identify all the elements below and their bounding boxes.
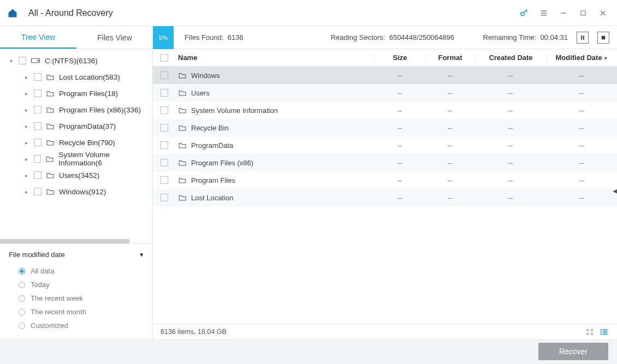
cell-created: -- bbox=[475, 141, 546, 150]
table-row[interactable]: Windows-------- bbox=[153, 67, 617, 84]
cell-created: -- bbox=[475, 106, 546, 115]
checkbox[interactable] bbox=[34, 155, 41, 163]
checkbox[interactable] bbox=[34, 122, 41, 130]
folder-icon bbox=[178, 89, 187, 97]
checkbox[interactable] bbox=[34, 188, 41, 195]
reading-label: Reading Sectors: bbox=[331, 33, 385, 41]
home-icon[interactable] bbox=[7, 7, 19, 19]
row-name: Recycle Bin bbox=[191, 124, 229, 132]
stop-button[interactable] bbox=[597, 32, 609, 44]
row-checkbox[interactable] bbox=[153, 159, 176, 166]
progress-percent: 5% bbox=[159, 34, 168, 41]
cell-name: System Volume Information bbox=[176, 106, 375, 115]
checkbox[interactable] bbox=[34, 89, 41, 97]
chevron-down-icon[interactable]: ▾ bbox=[10, 58, 16, 64]
tab-files-view[interactable]: Files View bbox=[76, 26, 153, 49]
folder-icon bbox=[178, 177, 187, 184]
tab-tree-view[interactable]: Tree View bbox=[0, 26, 76, 49]
maximize-button[interactable] bbox=[576, 5, 591, 21]
row-checkbox[interactable] bbox=[153, 106, 176, 114]
select-all-checkbox[interactable] bbox=[153, 54, 176, 62]
list-view-icon[interactable] bbox=[600, 328, 609, 336]
key-icon[interactable] bbox=[517, 5, 532, 21]
tree-item[interactable]: ▸Users(3452) bbox=[0, 167, 152, 183]
col-modified[interactable]: Modified Date▼ bbox=[546, 53, 617, 62]
chevron-right-icon[interactable]: ▸ bbox=[25, 140, 32, 146]
close-button[interactable] bbox=[595, 5, 610, 21]
svg-rect-5 bbox=[581, 11, 585, 15]
radio[interactable] bbox=[19, 268, 25, 275]
row-checkbox[interactable] bbox=[153, 124, 176, 132]
filter-option[interactable]: The recent week bbox=[9, 291, 144, 305]
col-size[interactable]: Size bbox=[375, 53, 425, 62]
table-row[interactable]: Program Files-------- bbox=[153, 171, 617, 189]
svg-rect-20 bbox=[602, 331, 607, 332]
pause-button[interactable] bbox=[577, 32, 589, 44]
radio[interactable] bbox=[19, 295, 25, 302]
table-row[interactable]: Users-------- bbox=[153, 84, 617, 102]
cell-modified: -- bbox=[546, 176, 617, 184]
summary-text: 6136 items, 18.04 GB bbox=[161, 328, 227, 336]
table-row[interactable]: ProgramData-------- bbox=[153, 136, 617, 154]
row-checkbox[interactable] bbox=[153, 176, 176, 184]
col-name[interactable]: Name bbox=[176, 53, 375, 62]
filter-title[interactable]: File modified date ▾ bbox=[9, 250, 144, 259]
checkbox[interactable] bbox=[34, 106, 41, 114]
table-body: Windows--------Users--------System Volum… bbox=[153, 67, 617, 324]
cell-format: -- bbox=[425, 159, 475, 167]
row-checkbox[interactable] bbox=[153, 141, 176, 149]
filter-option[interactable]: All data bbox=[9, 264, 144, 278]
chevron-right-icon[interactable]: ▸ bbox=[25, 189, 32, 195]
checkbox[interactable] bbox=[19, 57, 26, 64]
main: ▾ C:(NTFS)(6136) ▸Lost Location(583)▸Pro… bbox=[0, 49, 617, 339]
tree-item[interactable]: ▸Windows(912) bbox=[0, 183, 152, 200]
expand-panel-icon[interactable]: ◀ bbox=[613, 186, 617, 195]
tree-item[interactable]: ▸Lost Location(583) bbox=[0, 69, 152, 85]
files-found-value: 6136 bbox=[228, 33, 244, 41]
recover-button[interactable]: Recover bbox=[538, 343, 608, 360]
filter-option[interactable]: Customized bbox=[9, 319, 144, 332]
row-checkbox[interactable] bbox=[153, 89, 176, 97]
tree-item[interactable]: ▸Program Files(18) bbox=[0, 85, 152, 102]
checkbox[interactable] bbox=[34, 139, 41, 146]
menu-icon[interactable] bbox=[536, 5, 551, 21]
row-checkbox[interactable] bbox=[153, 194, 176, 201]
chevron-right-icon[interactable]: ▸ bbox=[25, 172, 32, 178]
chevron-right-icon[interactable]: ▸ bbox=[25, 107, 32, 113]
tree-item[interactable]: ▸Recycle Bin(790) bbox=[0, 134, 152, 151]
chevron-right-icon[interactable]: ▸ bbox=[25, 91, 32, 97]
tree-root[interactable]: ▾ C:(NTFS)(6136) bbox=[0, 52, 152, 69]
tree-item[interactable]: ▸ProgramData(37) bbox=[0, 118, 152, 134]
checkbox[interactable] bbox=[34, 171, 41, 179]
table-row[interactable]: System Volume Information-------- bbox=[153, 102, 617, 119]
tree-item[interactable]: ▸Program Files (x86)(336) bbox=[0, 102, 152, 118]
chevron-right-icon[interactable]: ▸ bbox=[25, 123, 32, 129]
chevron-right-icon[interactable]: ▸ bbox=[25, 156, 32, 162]
checkbox[interactable] bbox=[34, 73, 41, 81]
svg-rect-22 bbox=[602, 333, 607, 335]
reading-sectors: Reading Sectors: 6504448/250064896 bbox=[320, 33, 465, 41]
filter-option[interactable]: Today bbox=[9, 278, 144, 291]
col-created[interactable]: Created Date bbox=[475, 53, 546, 62]
statusbar: Tree View Files View 5% Files Found: 613… bbox=[0, 26, 617, 49]
row-checkbox[interactable] bbox=[153, 71, 176, 79]
table-row[interactable]: Recycle Bin-------- bbox=[153, 119, 617, 136]
radio[interactable] bbox=[19, 323, 25, 329]
filter-option[interactable]: The recent month bbox=[9, 305, 144, 319]
folder-icon bbox=[178, 159, 187, 166]
horizontal-scrollbar[interactable] bbox=[0, 239, 152, 243]
chevron-right-icon[interactable]: ▸ bbox=[25, 74, 32, 80]
radio[interactable] bbox=[19, 282, 25, 288]
cell-name: Lost Location bbox=[176, 194, 375, 202]
svg-rect-16 bbox=[590, 332, 593, 335]
minimize-button[interactable] bbox=[556, 5, 571, 21]
table-row[interactable]: Program Files (x86)-------- bbox=[153, 154, 617, 171]
progress-badge: 5% bbox=[153, 26, 174, 49]
table-row[interactable]: Lost Location-------- bbox=[153, 189, 617, 206]
col-format[interactable]: Format bbox=[425, 53, 475, 62]
cell-name: Windows bbox=[176, 71, 375, 80]
tree-item[interactable]: ▸System Volume Information(6 bbox=[0, 151, 152, 167]
radio[interactable] bbox=[19, 309, 25, 315]
cell-created: -- bbox=[475, 71, 546, 80]
grid-view-icon[interactable] bbox=[585, 328, 595, 336]
